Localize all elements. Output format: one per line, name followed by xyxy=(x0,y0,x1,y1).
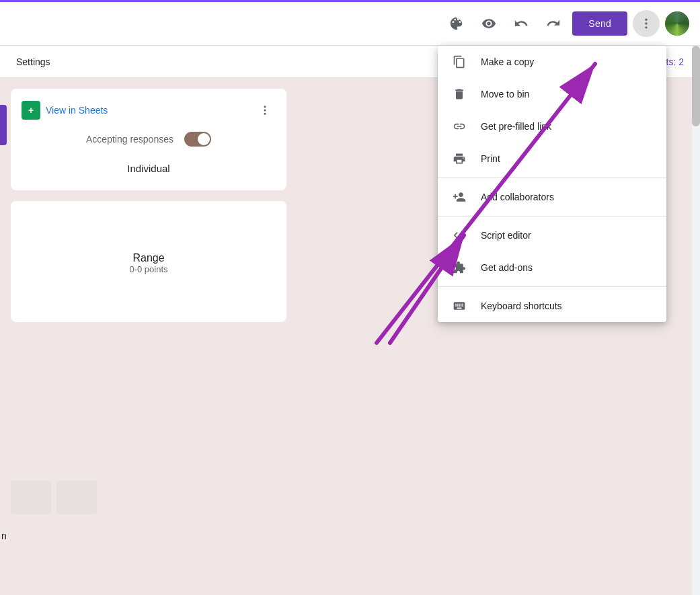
keyboard-icon xyxy=(451,298,467,314)
small-box-1 xyxy=(11,481,51,514)
undo-button[interactable] xyxy=(508,10,535,37)
collaborators-icon xyxy=(451,189,467,205)
accepting-responses-row: Accepting responses xyxy=(22,132,276,147)
settings-tab[interactable]: Settings xyxy=(16,54,50,70)
svg-point-3 xyxy=(264,106,266,108)
dropdown-menu: Make a copy Move to bin Get pre-filled l… xyxy=(438,46,666,322)
svg-point-5 xyxy=(264,113,266,115)
menu-item-make-copy[interactable]: Make a copy xyxy=(438,46,666,78)
print-label: Print xyxy=(481,153,500,164)
svg-point-1 xyxy=(645,22,647,24)
copy-icon xyxy=(451,54,467,70)
menu-item-print[interactable]: Print xyxy=(438,143,666,175)
menu-divider-2 xyxy=(438,216,666,216)
svg-point-0 xyxy=(645,19,647,21)
menu-item-add-collaborators[interactable]: Add collaborators xyxy=(438,181,666,213)
move-to-bin-label: Move to bin xyxy=(481,89,529,100)
more-options-button[interactable] xyxy=(633,10,660,37)
svg-point-2 xyxy=(645,26,647,28)
get-prefilled-link-label: Get pre-filled link xyxy=(481,121,551,132)
left-indicator xyxy=(0,105,7,145)
toolbar: Send xyxy=(0,0,700,46)
range-sub: 0-0 points xyxy=(22,264,276,274)
redo-button[interactable] xyxy=(540,10,567,37)
keyboard-shortcuts-label: Keyboard shortcuts xyxy=(481,301,562,311)
get-addons-label: Get add-ons xyxy=(481,262,533,273)
view-in-sheets-button[interactable]: + View in Sheets xyxy=(22,101,108,120)
sheets-icon: + xyxy=(22,101,40,120)
add-collaborators-label: Add collaborators xyxy=(481,192,554,202)
view-in-sheets-card: + View in Sheets Accepting responses Ind… xyxy=(11,89,286,190)
script-editor-label: Script editor xyxy=(481,230,531,241)
scrollbar-thumb[interactable] xyxy=(692,46,700,126)
accepting-responses-label: Accepting responses xyxy=(86,134,173,145)
card-more-button[interactable] xyxy=(254,100,276,121)
user-avatar[interactable] xyxy=(665,11,689,36)
menu-item-move-to-bin[interactable]: Move to bin xyxy=(438,78,666,110)
menu-item-get-prefilled-link[interactable]: Get pre-filled link xyxy=(438,110,666,143)
small-box-2 xyxy=(56,481,97,514)
scrollbar-track xyxy=(692,46,700,595)
menu-item-keyboard-shortcuts[interactable]: Keyboard shortcuts xyxy=(438,290,666,322)
make-copy-label: Make a copy xyxy=(481,56,534,67)
range-box: Range 0-0 points xyxy=(22,252,276,274)
addons-icon xyxy=(451,260,467,276)
palette-button[interactable] xyxy=(443,10,470,37)
bottom-n-label: n xyxy=(1,530,7,541)
menu-divider-1 xyxy=(438,177,666,178)
preview-button[interactable] xyxy=(475,10,502,37)
card-header: + View in Sheets xyxy=(22,100,276,121)
menu-divider-3 xyxy=(438,286,666,287)
small-boxes-row xyxy=(11,481,97,514)
menu-item-get-addons[interactable]: Get add-ons xyxy=(438,251,666,284)
range-card: Range 0-0 points xyxy=(11,201,286,322)
range-label: Range xyxy=(22,252,276,264)
individual-label: Individual xyxy=(22,157,276,180)
send-button[interactable]: Send xyxy=(572,11,627,36)
link-icon xyxy=(451,118,467,134)
accepting-responses-toggle[interactable] xyxy=(184,132,211,147)
menu-item-script-editor[interactable]: Script editor xyxy=(438,219,666,251)
bin-icon xyxy=(451,86,467,102)
svg-point-4 xyxy=(264,110,266,112)
view-in-sheets-label: View in Sheets xyxy=(46,105,108,116)
print-icon xyxy=(451,151,467,167)
code-icon xyxy=(451,227,467,243)
